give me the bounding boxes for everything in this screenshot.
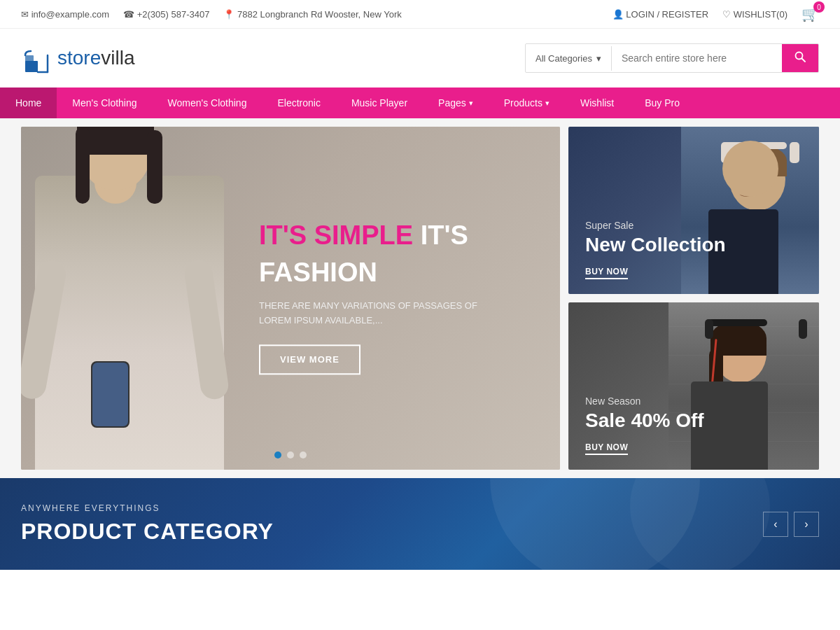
nav-item-pages[interactable]: Pages ▾ [423, 88, 489, 118]
category-section-left: ANYWHERE EVERYTHINGS PRODUCT CATEGORY [21, 503, 274, 545]
search-icon [794, 51, 806, 65]
phone-icon: ☎ [123, 9, 137, 20]
address-contact: 📍 7882 Longbranch Rd Wooster, New York [223, 9, 401, 20]
search-category-label: All Categories [536, 53, 592, 64]
main-navbar: Home Men's Clothing Women's Clothing Ele… [0, 88, 840, 118]
category-title: PRODUCT CATEGORY [21, 519, 274, 545]
promo1-title: New Collection [585, 234, 726, 256]
promo1-cta-link[interactable]: BUY NOW [585, 267, 628, 279]
logo-icon [21, 41, 55, 75]
chevron-right-icon: › [804, 518, 808, 531]
decor-circle-2 [630, 478, 770, 570]
promo-panels: Super Sale New Collection BUY NOW [568, 127, 819, 470]
cart-link[interactable]: 🛒 0 [802, 6, 819, 22]
svg-line-5 [802, 59, 806, 62]
promo2-cta-link[interactable]: BUY NOW [585, 442, 628, 455]
slider-dot-1[interactable] [274, 451, 281, 458]
login-register-link[interactable]: 👤 LOGIN / REGISTER [612, 9, 708, 20]
search-button[interactable] [782, 44, 818, 72]
hero-headline: IT'S SIMPLE IT'S [259, 221, 483, 251]
category-section: ANYWHERE EVERYTHINGS PRODUCT CATEGORY ‹ … [0, 478, 840, 570]
promo2-content: New Season Sale 40% Off BUY NOW [568, 379, 721, 470]
search-input[interactable] [612, 46, 782, 71]
hero-model-figure [21, 127, 238, 470]
hero-text-block: IT'S SIMPLE IT'S FASHION THERE ARE MANY … [245, 207, 497, 388]
nav-item-home[interactable]: Home [0, 88, 57, 118]
email-contact: ✉ info@example.com [21, 9, 109, 20]
nav-item-buy-pro[interactable]: Buy Pro [629, 88, 695, 118]
topbar-actions: 👤 LOGIN / REGISTER ♡ WISHLIST(0) 🛒 0 [612, 6, 819, 22]
location-icon: 📍 [223, 9, 237, 20]
cart-count-badge: 0 [813, 1, 825, 13]
slider-dot-3[interactable] [300, 451, 307, 458]
promo-panel-2: New Season Sale 40% Off BUY NOW [568, 302, 819, 470]
chevron-left-icon: ‹ [774, 518, 777, 531]
svg-rect-1 [25, 55, 34, 62]
search-category-dropdown[interactable]: All Categories ▾ [526, 46, 612, 71]
category-next-button[interactable]: › [794, 512, 819, 537]
promo1-content: Super Sale New Collection BUY NOW [568, 203, 743, 294]
heart-icon: ♡ [722, 9, 734, 20]
hero-headline-2: FASHION [259, 258, 483, 288]
promo-panel-1: Super Sale New Collection BUY NOW [568, 127, 819, 294]
chevron-down-icon: ▾ [596, 53, 601, 64]
site-logo[interactable]: store villa [21, 41, 134, 75]
search-bar: All Categories ▾ [525, 43, 819, 73]
logo-text-store: store [57, 47, 101, 69]
nav-item-wishlist[interactable]: Wishlist [565, 88, 629, 118]
chevron-down-icon: ▾ [469, 99, 473, 108]
chevron-down-icon: ▾ [545, 99, 550, 108]
user-icon: 👤 [612, 9, 626, 20]
nav-item-womens-clothing[interactable]: Women's Clothing [153, 88, 262, 118]
hero-description: THERE ARE MANY VARIATIONS OF PASSAGES OF… [259, 299, 483, 328]
topbar-contact: ✉ info@example.com ☎ +2(305) 587-3407 📍 … [21, 9, 402, 20]
category-subtitle: ANYWHERE EVERYTHINGS [21, 503, 274, 513]
promo1-subtitle: Super Sale [585, 220, 726, 231]
nav-item-music-player[interactable]: Music Player [336, 88, 423, 118]
slider-dot-2[interactable] [287, 451, 294, 458]
hero-cta-button[interactable]: VIEW MORE [259, 345, 360, 375]
hero-slider: IT'S SIMPLE IT'S FASHION THERE ARE MANY … [21, 127, 560, 470]
category-nav-controls: ‹ › [763, 512, 819, 537]
slider-dots [274, 451, 307, 458]
logo-text-villa: villa [101, 47, 134, 69]
phone-contact: ☎ +2(305) 587-3407 [123, 9, 209, 20]
main-content: IT'S SIMPLE IT'S FASHION THERE ARE MANY … [0, 118, 840, 478]
topbar: ✉ info@example.com ☎ +2(305) 587-3407 📍 … [0, 0, 840, 29]
site-header: store villa All Categories ▾ [0, 29, 840, 88]
wishlist-link[interactable]: ♡ WISHLIST(0) [722, 9, 788, 20]
promo2-subtitle: New Season [585, 396, 704, 407]
nav-item-electronic[interactable]: Electronic [262, 88, 335, 118]
nav-item-products[interactable]: Products ▾ [489, 88, 565, 118]
promo2-title: Sale 40% Off [585, 410, 704, 432]
nav-item-mens-clothing[interactable]: Men's Clothing [57, 88, 152, 118]
email-icon: ✉ [21, 9, 31, 20]
svg-rect-0 [25, 61, 38, 72]
